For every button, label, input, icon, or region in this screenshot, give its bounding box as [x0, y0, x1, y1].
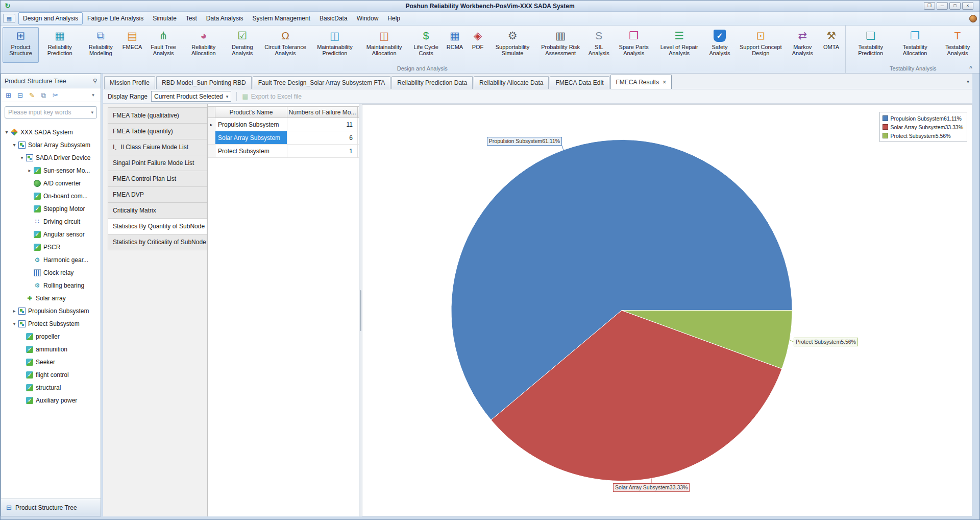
ribbon-button-omta[interactable]: ⚒OMTA [820, 27, 843, 63]
close-button[interactable]: × [962, 2, 973, 10]
maximize-button[interactable]: □ [949, 2, 961, 10]
column-header-numbers-of-failure-mo[interactable]: Numbers of Failure Mo... [287, 107, 358, 117]
view-menu-item-i-ii-class-faiure-mode-list[interactable]: I、II Class Faiure Mode List [108, 139, 207, 155]
menu-item-basicdata[interactable]: BasicData [315, 12, 352, 25]
tree-item-xxx-sada-system[interactable]: ▾XXX SADA System [1, 126, 101, 138]
chevron-down-icon[interactable]: ▾ [91, 110, 93, 115]
copy-icon[interactable]: ⧉ [38, 90, 49, 101]
table-row-propulsion-subsystem[interactable]: ▸Propulsion Subsystem11 [208, 118, 359, 131]
column-header-product-s-name[interactable]: Product's Name [215, 107, 287, 117]
ribbon-button-life-cycle-costs[interactable]: $Life Cycle Costs [409, 27, 443, 63]
tab-fault-tree-design-solar-array-subsystem-fta[interactable]: Fault Tree Design_Solar Array Subsystem … [253, 76, 391, 89]
product-structure-tree-button[interactable]: ⊟ Product Structure Tree [1, 499, 101, 516]
splitter-handle[interactable] [360, 290, 361, 331]
expand-icon[interactable]: ▸ [11, 308, 18, 314]
ribbon-button-supportability-simulate[interactable]: ⚙Supportability Simulate [489, 27, 535, 63]
export-to-excel-button[interactable]: ▦ Export to Excel file [242, 92, 302, 100]
ribbon-button-reliability-modeling[interactable]: ⧉Reliability Modeling [81, 27, 121, 63]
tree-item-ammunition[interactable]: ✓ammunition [1, 343, 101, 356]
view-menu-item-fmea-control-plan-list[interactable]: FMEA Control Plan List [108, 171, 207, 187]
collapse-all-icon[interactable]: ⊟ [15, 90, 26, 101]
minimize-button[interactable]: ─ [937, 2, 948, 10]
tab-reliability-allocate-data[interactable]: Reliability Allocate Data [474, 76, 549, 89]
tree-item-protect-subsystem[interactable]: ▾Protect Subsystem [1, 317, 101, 330]
view-menu-item-fmea-table-quantify[interactable]: FMEA Table (quantify) [108, 123, 207, 139]
tree-item-auxiliary-power[interactable]: ✓Auxiliary power [1, 394, 101, 407]
tab-fmeca-data-edit[interactable]: FMECA Data Edit [550, 76, 609, 89]
ribbon-button-maintainability-allocation[interactable]: ◫Maintainability Allocation [360, 27, 408, 63]
search-input[interactable]: Please input key words ▾ [5, 106, 97, 119]
tree-item-harmonic-gear[interactable]: ⚙Harmonic gear... [1, 253, 101, 266]
menu-item-design-and-analysis[interactable]: Design and Analysis [18, 12, 83, 25]
ribbon-button-fault-tree-analysis[interactable]: ⋔Fault Tree Analysis [144, 27, 183, 63]
ribbon-button-probability-risk-assessment[interactable]: ▥Probability Risk Assessment [536, 27, 585, 63]
theme-icon[interactable] [969, 15, 977, 22]
tree-item-angular-sensor[interactable]: ✓Angular sensor [1, 228, 101, 241]
tree-item-stepping-motor[interactable]: ✓Stepping Motor [1, 202, 101, 215]
ribbon-button-level-of-repair-analysis[interactable]: ☰Level of Repair Analysis [655, 27, 703, 63]
tab-rbd-model-sun-pointing-rbd[interactable]: RBD Model_Sun Pointing RBD [156, 76, 252, 89]
ribbon-button-testability-analysis[interactable]: TTestability Analysis [937, 27, 978, 63]
tab-mission-profile[interactable]: Mission Profile [104, 76, 155, 89]
ribbon-button-maintainability-prediction[interactable]: ◫Maintainability Prediction [310, 27, 359, 63]
close-tab-icon[interactable]: × [663, 79, 666, 86]
expand-icon[interactable]: ▸ [26, 168, 33, 173]
tree-item-propulsion-subsystem[interactable]: ▸Propulsion Subsystem [1, 304, 101, 317]
ribbon-button-sil-analysis[interactable]: SSIL Analysis [585, 27, 612, 63]
ribbon-button-reliability-prediction[interactable]: ▦Reliability Prediction [39, 27, 81, 63]
tree-item-flight-control[interactable]: ✓flight control [1, 368, 101, 381]
collapse-icon[interactable]: ▾ [3, 129, 10, 135]
tree-item-pscr[interactable]: ✓PSCR [1, 241, 101, 253]
menu-item-simulate[interactable]: Simulate [148, 12, 181, 25]
ribbon-button-testability-allocation[interactable]: ❐Testability Allocation [893, 27, 937, 63]
menu-item-window[interactable]: Window [352, 12, 383, 25]
display-range-select[interactable]: Current Product Selected ▾ [151, 91, 231, 102]
view-menu-item-fmea-table-qualitative[interactable]: FMEA Table (qualitative) [108, 107, 207, 124]
tab-fmeca-results[interactable]: FMECA Results× [610, 75, 672, 89]
ribbon-button-derating-analysis[interactable]: ☑Derating Analysis [224, 27, 260, 63]
tree-item-sada-driver-device[interactable]: ▾SADA Driver Device [1, 151, 101, 164]
table-row-solar-array-subsystem[interactable]: Solar Array Subsystem6 [208, 131, 359, 145]
ribbon-button-product-structure[interactable]: ⊞Product Structure [3, 27, 39, 63]
menu-item-test[interactable]: Test [181, 12, 202, 25]
restore-button[interactable]: ❐ [924, 2, 935, 10]
ribbon-button-markov-analysis[interactable]: ⇄Markov Analysis [786, 27, 820, 63]
menu-item-system-management[interactable]: System Management [248, 12, 315, 25]
tree-item-solar-array[interactable]: ✚Solar array [1, 292, 101, 304]
tree-item-structural[interactable]: ✓structural [1, 381, 101, 394]
tree-item-on-board-com[interactable]: ✓On-board com... [1, 190, 101, 202]
view-menu-item-statistics-by-quantity-of-subnode[interactable]: Statistics By Quantity of SubNode [108, 218, 207, 234]
view-menu-item-statistics-by-criticality-of-subnode[interactable]: Statistics by Criticality of SubNode [108, 234, 207, 250]
expand-all-icon[interactable]: ⊞ [3, 90, 14, 101]
ribbon-button-rcma[interactable]: ▦RCMA [444, 27, 466, 63]
edit-icon[interactable]: ✎ [27, 90, 37, 101]
grid-icon[interactable]: ▦ [3, 14, 15, 23]
view-menu-item-fmea-dvp[interactable]: FMEA DVP [108, 186, 207, 203]
view-menu-item-criticality-matrix[interactable]: Criticality Matrix [108, 202, 207, 219]
ribbon-button-reliability-allocation[interactable]: ◕Reliability Allocation [183, 27, 224, 63]
tree-item-clock-relay[interactable]: Clock relay [1, 266, 101, 279]
cut-icon[interactable]: ✂ [50, 90, 61, 101]
menu-item-help[interactable]: Help [383, 12, 405, 25]
pin-icon[interactable]: ⚲ [93, 78, 97, 84]
sidebar-toolbar-more-button[interactable]: ▾ [88, 90, 99, 101]
menu-item-data-analysis[interactable]: Data Analysis [202, 12, 248, 25]
ribbon-button-testability-prediction[interactable]: ❏Testability Prediction [849, 27, 893, 63]
tree-item-solar-array-subsystem[interactable]: ▾Solar Array Subsystem [1, 138, 101, 151]
ribbon-button-spare-parts-analysis[interactable]: ❒Spare Parts Analysis [613, 27, 655, 63]
collapse-ribbon-button[interactable]: ^ [966, 65, 975, 72]
ribbon-button-fmeca[interactable]: ▤FMECA [121, 27, 143, 63]
view-menu-item-singal-point-failure-mode-list[interactable]: Singal Point Failure Mode List [108, 155, 207, 171]
menu-item-fatigue-life-analysis[interactable]: Fatigue Life Analysis [83, 12, 148, 25]
vertical-splitter[interactable] [359, 104, 362, 516]
tab-reliability-prediction-data[interactable]: Reliability Prediction Data [391, 76, 473, 89]
tree-item-propeller[interactable]: ✓propeller [1, 330, 101, 343]
tab-overflow-button[interactable]: ▾ [965, 79, 971, 84]
tree-item-a-d-converter[interactable]: A/D converter [1, 177, 101, 190]
tree-item-rolling-bearing[interactable]: ⚙Rolling bearing [1, 279, 101, 292]
table-row-protect-subsystem[interactable]: Protect Subsystem1 [208, 145, 359, 158]
tree-item-driving-circuit[interactable]: ∷Driving circuit [1, 215, 101, 228]
ribbon-button-circuit-tolerance-analysis[interactable]: ΩCircuit Tolerance Analysis [261, 27, 310, 63]
ribbon-button-safety-analysis[interactable]: ✓Safety Analysis [703, 27, 736, 63]
collapse-icon[interactable]: ▾ [18, 155, 26, 160]
